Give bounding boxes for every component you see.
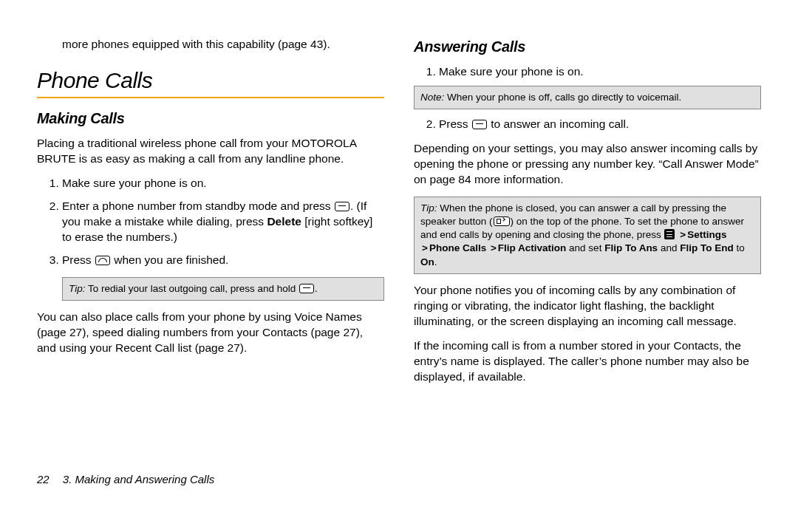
- answer-settings-para: Depending on your settings, you may also…: [414, 141, 761, 188]
- call-key-icon: [299, 284, 314, 293]
- step-2: Enter a phone number from standby mode a…: [62, 199, 384, 245]
- tip-label: Tip:: [420, 202, 437, 214]
- page-footer: 22 3. Making and Answering Calls: [0, 473, 798, 485]
- answering-calls-steps: Make sure your phone is on. Note: When y…: [414, 64, 761, 132]
- step-3: Press when you are finished.: [62, 253, 384, 268]
- notify-para: Your phone notifies you of incoming call…: [414, 283, 761, 330]
- heading-rule: [37, 97, 384, 98]
- tip-flip-activation: Tip: When the phone is closed, you can a…: [414, 197, 761, 274]
- call-key-icon: [335, 202, 349, 211]
- step-1: Make sure your phone is on.: [62, 176, 384, 191]
- chevron-right-icon: >: [678, 229, 687, 240]
- tip-redial: Tip: To redial your last outgoing call, …: [62, 277, 384, 301]
- chevron-right-icon: >: [420, 242, 429, 253]
- page-number: 22: [37, 473, 50, 485]
- end-key-icon: [95, 256, 110, 265]
- right-column: Answering Calls Make sure your phone is …: [414, 37, 761, 458]
- ans-step-2: Press to answer an incoming call.: [439, 117, 761, 132]
- subheading-answering-calls: Answering Calls: [414, 37, 761, 57]
- making-calls-more: You can also place calls from your phone…: [37, 310, 384, 356]
- call-key-icon: [472, 120, 487, 129]
- continued-text: more phones equipped with this capabilit…: [62, 37, 384, 52]
- making-calls-intro: Placing a traditional wireless phone cal…: [37, 136, 384, 167]
- heading-phone-calls: Phone Calls: [37, 66, 384, 96]
- note-voicemail: Note: When your phone is off, calls go d…: [414, 86, 761, 109]
- chapter-title: 3. Making and Answering Calls: [63, 473, 214, 485]
- menu-key-icon: [664, 229, 675, 239]
- making-calls-steps: Make sure your phone is on. Enter a phon…: [37, 176, 384, 268]
- ans-step-1: Make sure your phone is on. Note: When y…: [439, 64, 761, 109]
- chevron-right-icon: >: [489, 242, 498, 253]
- tip-label: Tip:: [69, 283, 85, 294]
- note-label: Note:: [420, 92, 444, 103]
- subheading-making-calls: Making Calls: [37, 109, 384, 129]
- left-column: more phones equipped with this capabilit…: [37, 37, 384, 458]
- contacts-para: If the incoming call is from a number st…: [414, 338, 761, 385]
- delete-label: Delete: [267, 215, 301, 228]
- speaker-button-icon: [494, 216, 510, 226]
